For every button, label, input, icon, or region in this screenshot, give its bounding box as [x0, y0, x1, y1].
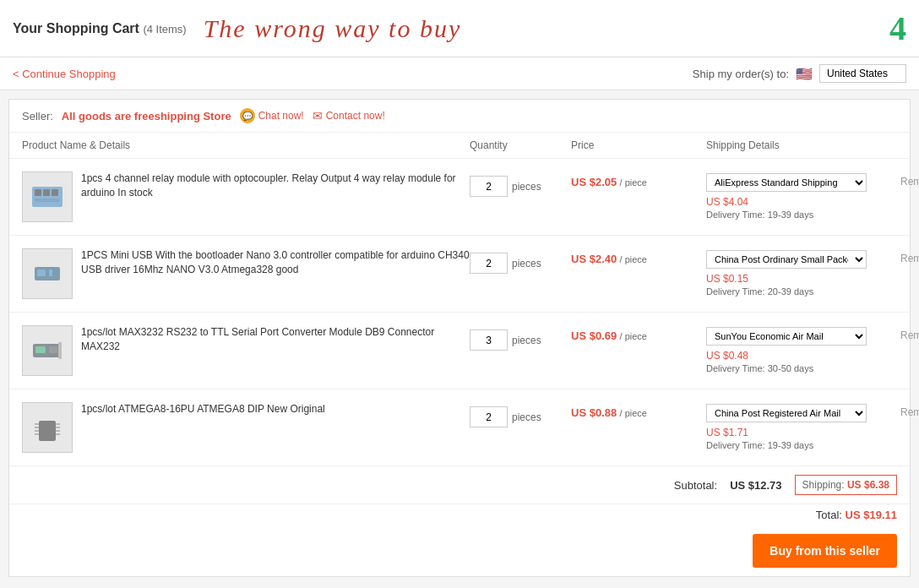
svg-rect-17	[56, 423, 60, 425]
delivery-time-p3: Delivery Time: 30-50 days	[706, 363, 900, 373]
cart-container: Seller: All goods are freeshipping Store…	[8, 99, 911, 577]
shipping-cost-p2: US $0.15	[706, 273, 900, 285]
shipping-cell-p3: SunYou Economic Air MailAliExpress Stand…	[706, 325, 900, 373]
unit-price-p4: US $0.88	[571, 406, 617, 419]
quantity-cell-p3: pieces	[470, 325, 571, 351]
shipping-cost-p3: US $0.48	[706, 350, 900, 362]
svg-rect-15	[35, 430, 39, 432]
svg-rect-13	[35, 423, 39, 425]
ship-to-section: Ship my order(s) to: 🇺🇸 United States	[693, 64, 906, 83]
quantity-input-p1[interactable]	[470, 176, 508, 197]
column-headers: Product Name & Details Quantity Price Sh…	[9, 133, 910, 159]
chat-label: Chat now!	[258, 110, 304, 122]
delivery-time-p4: Delivery Time: 19-39 days	[706, 440, 900, 450]
shipping-total-label: Shipping:	[802, 479, 845, 491]
chat-icon: 💬	[240, 108, 255, 123]
shipping-cell-p1: AliExpress Standard ShippingChina Post O…	[706, 172, 900, 220]
page-header: Your Shopping Cart (4 Items) The wrong w…	[0, 0, 919, 57]
shipping-method-select-p1[interactable]: AliExpress Standard ShippingChina Post O…	[706, 173, 867, 192]
subtotal-label: Subtotal:	[674, 479, 717, 492]
shipping-cell-p4: China Post Registered Air MailAliExpress…	[706, 402, 900, 450]
svg-rect-4	[35, 199, 60, 202]
svg-rect-19	[56, 430, 60, 432]
per-piece-p1: / piece	[620, 177, 647, 188]
delivery-time-p2: Delivery Time: 20-39 days	[706, 286, 900, 297]
pieces-label-p4: pieces	[512, 411, 541, 423]
remove-cell-p3: Remove	[900, 325, 919, 341]
product-rows: 1pcs 4 channel relay module with optocou…	[9, 159, 910, 466]
quantity-input-p4[interactable]	[470, 406, 508, 427]
shipping-total-box: Shipping: US $6.38	[795, 475, 897, 495]
pieces-label-p1: pieces	[512, 181, 541, 193]
seller-bar: Seller: All goods are freeshipping Store…	[9, 100, 910, 133]
col-remove	[900, 139, 919, 151]
svg-rect-10	[49, 346, 57, 353]
product-name-p1[interactable]: 1pcs 4 channel relay module with optocou…	[81, 172, 470, 200]
contact-label: Contact now!	[326, 110, 385, 122]
delivery-time-p1: Delivery Time: 19-39 days	[706, 210, 900, 220]
svg-rect-11	[58, 342, 62, 359]
quantity-cell-p4: pieces	[470, 402, 571, 427]
watermark-text: The wrong way to buy	[204, 14, 462, 43]
pieces-label-p2: pieces	[512, 258, 541, 270]
watermark-number: 4	[889, 8, 906, 48]
buy-from-seller-button[interactable]: Buy from this seller	[753, 534, 897, 568]
quantity-cell-p1: pieces	[470, 172, 571, 197]
svg-rect-16	[35, 433, 39, 435]
header-left: Your Shopping Cart (4 Items) The wrong w…	[13, 14, 461, 43]
product-name-p4[interactable]: 1pcs/lot ATMEGA8-16PU ATMEGA8 DIP New Or…	[81, 402, 325, 416]
shipping-method-select-p2[interactable]: China Post Ordinary Small PacketAliExpre…	[706, 250, 867, 269]
quantity-input-p3[interactable]	[470, 329, 508, 351]
price-cell-p2: US $2.40 / piece	[571, 248, 706, 265]
seller-name[interactable]: All goods are freeshipping Store	[62, 110, 231, 122]
remove-button-p2[interactable]: Remove	[900, 248, 919, 264]
email-icon: ✉	[313, 109, 323, 122]
shipping-method-select-p3[interactable]: SunYou Economic Air MailAliExpress Stand…	[706, 327, 867, 346]
product-name-p2[interactable]: 1PCS Mini USB With the bootloader Nano 3…	[81, 248, 470, 277]
subtotal-bar: Subtotal: US $12.73 Shipping: US $6.38	[9, 466, 910, 504]
total-label: Total:	[816, 509, 842, 521]
cart-title-text: Your Shopping Cart	[13, 21, 139, 35]
col-price: Price	[571, 139, 706, 151]
table-row: 1pcs 4 channel relay module with optocou…	[9, 159, 910, 236]
product-name-p3[interactable]: 1pcs/lot MAX3232 RS232 to TTL Serial Por…	[81, 325, 470, 354]
per-piece-p4: / piece	[620, 408, 647, 418]
subtotal-amount: US $12.73	[730, 479, 781, 492]
chat-button[interactable]: 💬 Chat now!	[240, 108, 304, 123]
per-piece-p2: / piece	[620, 254, 647, 264]
quantity-input-p2[interactable]	[470, 253, 508, 274]
nav-bar: Continue Shopping Ship my order(s) to: 🇺…	[0, 57, 919, 90]
price-cell-p1: US $2.05 / piece	[571, 172, 706, 188]
product-image-p2	[22, 248, 73, 299]
remove-cell-p1: Remove	[900, 172, 919, 188]
shipping-cost-p4: US $1.71	[706, 427, 900, 438]
ship-country-select[interactable]: United States	[819, 64, 906, 83]
svg-rect-9	[35, 346, 46, 353]
cart-title: Your Shopping Cart (4 Items)	[13, 21, 187, 36]
shipping-cell-p2: China Post Ordinary Small PacketAliExpre…	[706, 248, 900, 297]
col-shipping: Shipping Details	[706, 139, 900, 151]
continue-shopping-link[interactable]: Continue Shopping	[13, 68, 116, 80]
table-row: 1pcs/lot ATMEGA8-16PU ATMEGA8 DIP New Or…	[9, 389, 910, 466]
product-cell-p1: 1pcs 4 channel relay module with optocou…	[22, 172, 470, 222]
total-amount: US $19.11	[846, 509, 897, 521]
svg-rect-18	[56, 427, 60, 428]
product-cell-p3: 1pcs/lot MAX3232 RS232 to TTL Serial Por…	[22, 325, 470, 376]
total-row: Total: US $19.11	[9, 504, 910, 525]
quantity-cell-p2: pieces	[470, 248, 571, 274]
shipping-cost-p1: US $4.04	[706, 196, 900, 208]
remove-button-p1[interactable]: Remove	[900, 172, 919, 188]
svg-rect-6	[37, 270, 46, 276]
ship-label: Ship my order(s) to:	[693, 68, 789, 80]
contact-button[interactable]: ✉ Contact now!	[313, 109, 385, 122]
remove-button-p4[interactable]: Remove	[900, 402, 919, 418]
seller-label: Seller:	[22, 110, 53, 122]
product-image-p4	[22, 402, 73, 453]
col-quantity: Quantity	[470, 139, 571, 151]
shipping-method-select-p4[interactable]: China Post Registered Air MailAliExpress…	[706, 404, 867, 422]
unit-price-p3: US $0.69	[571, 329, 617, 342]
product-image-p1	[22, 172, 73, 222]
pieces-label-p3: pieces	[512, 335, 541, 346]
remove-button-p3[interactable]: Remove	[900, 325, 919, 341]
svg-rect-7	[49, 270, 52, 276]
